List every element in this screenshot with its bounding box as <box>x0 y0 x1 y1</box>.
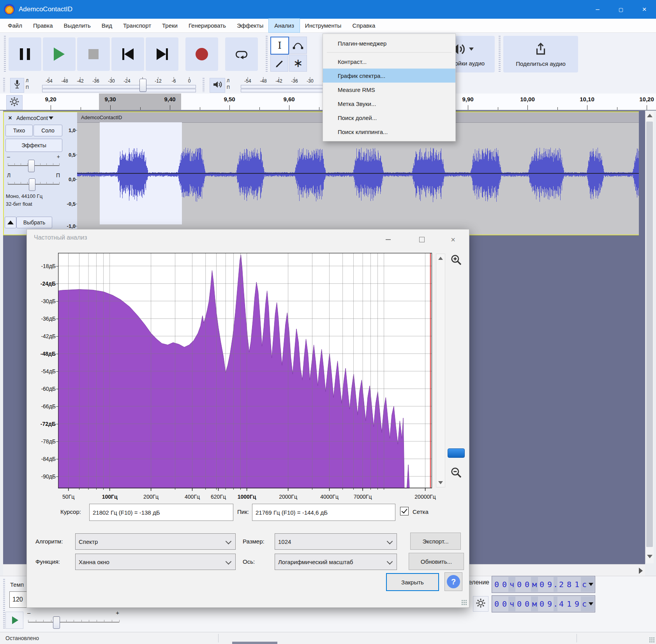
multi-tool-button[interactable]: ∗ <box>289 55 307 72</box>
zoom-out-icon[interactable] <box>450 466 462 480</box>
record-meter-mic-button[interactable] <box>10 78 24 93</box>
envelope-tool-button[interactable] <box>289 37 307 54</box>
effects-button[interactable]: Эффекты <box>5 139 62 152</box>
grid-checkbox[interactable] <box>400 507 409 515</box>
size-select[interactable]: 1024 <box>275 533 397 550</box>
window-maximize-button[interactable]: ▢ <box>609 2 633 17</box>
plot-scrollbar[interactable] <box>436 254 445 487</box>
vertical-scrollbar[interactable] <box>645 111 654 563</box>
play-speed-slider[interactable]: –+ <box>26 609 122 630</box>
function-select[interactable]: Ханна окно <box>75 554 236 570</box>
selection-end-time[interactable]: 00ч00м09.419с <box>492 595 595 612</box>
scroll-down-button[interactable] <box>647 555 652 558</box>
menu-Транспорт[interactable]: Транспорт <box>118 19 157 32</box>
selection-start-time-digit[interactable]: 1 <box>573 577 581 592</box>
plot-scroll-down-button[interactable] <box>438 481 443 484</box>
playback-meter-speaker-button[interactable] <box>210 78 225 93</box>
vertical-scroll-thumb[interactable] <box>646 122 653 547</box>
selection-start-time-digit[interactable]: 8 <box>565 577 573 592</box>
menu-Файл[interactable]: Файл <box>2 19 28 32</box>
selection-tool-button[interactable]: I <box>270 37 289 55</box>
selection-end-time-digit[interactable]: 9 <box>546 596 554 611</box>
dialog-close-button[interactable]: × <box>444 233 462 247</box>
menu-Эффекты[interactable]: Эффекты <box>231 19 269 32</box>
share-audio-button[interactable]: Поделиться аудио <box>503 36 578 72</box>
transport-toolbar-grip[interactable] <box>4 36 6 72</box>
menu-item-Контраст...[interactable]: Контраст... <box>323 55 455 69</box>
menu-Треки[interactable]: Треки <box>157 19 183 32</box>
play-button[interactable] <box>43 37 76 71</box>
menu-Инструменты[interactable]: Инструменты <box>300 19 347 32</box>
menu-item-Метка Звуки...[interactable]: Метка Звуки... <box>323 97 455 111</box>
status-resize-grip[interactable] <box>649 637 654 642</box>
menu-item-Поиск долей...[interactable]: Поиск долей... <box>323 111 455 125</box>
skip-to-end-button[interactable] <box>146 37 178 71</box>
selection-end-time-digit[interactable]: 0 <box>501 596 508 611</box>
speed-slider-thumb[interactable] <box>53 616 60 629</box>
selection-start-time-digit[interactable]: 0 <box>515 577 523 592</box>
record-meter-grip[interactable] <box>3 78 5 92</box>
menu-Вид[interactable]: Вид <box>96 19 118 32</box>
selection-end-time-digit[interactable]: 0 <box>493 596 501 611</box>
menu-Генерировать[interactable]: Генерировать <box>183 19 231 32</box>
selection-start-time-digit[interactable]: 0 <box>493 577 501 592</box>
dialog-minimize-button[interactable] <box>379 233 397 247</box>
selection-start-time[interactable]: 00ч00м09.281с <box>492 576 595 593</box>
record-button[interactable] <box>185 37 218 71</box>
pause-button[interactable] <box>9 37 41 71</box>
playback-meter-grip[interactable] <box>203 78 205 92</box>
selection-start-time-digit[interactable]: 0 <box>523 577 531 592</box>
menu-item-Поиск клиппинга...[interactable]: Поиск клиппинга... <box>323 125 455 139</box>
track-collapse-button[interactable] <box>5 217 16 228</box>
tempo-toolbar-grip[interactable] <box>3 579 5 630</box>
selection-start-time-digit[interactable]: 2 <box>557 577 565 592</box>
record-meter[interactable]: -54-48-42-36-30-24-18-12-60 <box>39 77 199 93</box>
gain-slider-thumb[interactable] <box>28 160 35 172</box>
spectrum-plot[interactable] <box>58 253 432 491</box>
menu-Анализ[interactable]: Анализ <box>269 19 300 32</box>
dialog-resize-grip[interactable] <box>461 600 467 605</box>
selection-end-time-digit[interactable]: . <box>554 596 557 611</box>
window-minimize-button[interactable]: – <box>586 2 609 17</box>
menu-Выделить[interactable]: Выделить <box>58 19 96 32</box>
play-speed-play-button[interactable] <box>5 612 23 629</box>
menu-item-Measure RMS[interactable]: Measure RMS <box>323 83 455 97</box>
selection-end-time-format-dropdown[interactable] <box>588 596 594 611</box>
mute-button[interactable]: Тихо <box>5 125 33 136</box>
selection-start-time-digit[interactable]: 0 <box>501 577 508 592</box>
record-level-slider[interactable] <box>139 79 146 92</box>
plot-scroll-up-button[interactable] <box>438 257 443 260</box>
skip-to-start-button[interactable] <box>111 37 144 71</box>
refresh-button[interactable]: Обновить... <box>409 553 464 570</box>
selection-end-time-digit[interactable]: 0 <box>523 596 531 611</box>
share-toolbar-grip[interactable] <box>499 36 501 72</box>
scroll-right-button[interactable] <box>639 568 643 574</box>
loop-button[interactable] <box>225 37 258 71</box>
track-close-button[interactable]: × <box>5 114 15 122</box>
selection-start-time-digit[interactable]: 0 <box>538 577 546 592</box>
selection-options-button[interactable] <box>473 596 488 612</box>
dialog-maximize-button[interactable] <box>413 233 430 247</box>
stop-button[interactable] <box>77 37 110 71</box>
selection-start-time-digit[interactable]: с <box>581 577 588 592</box>
selection-end-time-digit[interactable]: 0 <box>538 596 546 611</box>
plot-zoom-slider-thumb[interactable] <box>448 448 465 458</box>
selection-start-time-digit[interactable]: 9 <box>546 577 554 592</box>
selection-start-time-digit[interactable]: ч <box>508 577 515 592</box>
algorithm-select[interactable]: Спектр <box>75 533 236 550</box>
track-name-button[interactable]: AdemcoCont <box>16 114 62 122</box>
selection-start-time-format-dropdown[interactable] <box>588 577 594 592</box>
menu-item-Плагин-менеджер[interactable]: Плагин-менеджер <box>323 36 455 50</box>
selection-end-time-digit[interactable]: м <box>531 596 538 611</box>
pan-slider-thumb[interactable] <box>29 178 35 191</box>
menu-Справка[interactable]: Справка <box>347 19 381 32</box>
selection-end-time-digit[interactable]: 9 <box>573 596 581 611</box>
menu-Правка[interactable]: Правка <box>28 19 58 32</box>
selection-end-time-digit[interactable]: 4 <box>557 596 565 611</box>
export-button[interactable]: Экспорт... <box>410 533 461 550</box>
axis-select[interactable]: Логарифмический масштаб <box>275 554 397 570</box>
selection-start-time-digit[interactable]: . <box>554 577 557 592</box>
selection-end-time-digit[interactable]: ч <box>508 596 515 611</box>
selection-start-time-digit[interactable]: м <box>531 577 538 592</box>
track-select-button[interactable]: Выбрать <box>16 217 52 228</box>
